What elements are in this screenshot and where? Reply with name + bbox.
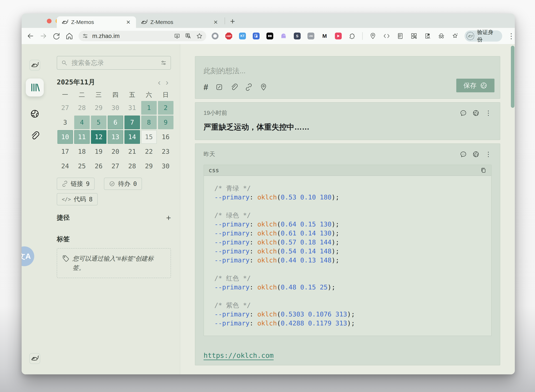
calendar-day-10[interactable]: 10	[57, 130, 73, 144]
calendar-day-22[interactable]: 22	[141, 145, 157, 158]
calendar-day-9[interactable]: 9	[158, 116, 174, 129]
comment-bubble-icon[interactable]	[460, 110, 467, 117]
calendar-day-11[interactable]: 11	[74, 130, 90, 144]
tab-close-icon[interactable]: ✕	[125, 19, 131, 25]
memo-link[interactable]: https://oklch.com	[204, 351, 274, 359]
reload-button[interactable]	[52, 32, 61, 40]
save-button[interactable]: 保存	[456, 79, 494, 92]
search-page-tool-icon[interactable]	[424, 33, 431, 39]
calendar-day-5[interactable]: 5	[91, 116, 106, 129]
memo-menu-kebab-icon[interactable]: ⋮	[485, 110, 492, 116]
close-window-button[interactable]	[47, 19, 52, 23]
todo-checkbox-icon[interactable]	[215, 83, 223, 91]
video-extension-icon[interactable]	[335, 33, 342, 39]
calendar-day-25[interactable]: 25	[74, 159, 90, 173]
m-extension-icon[interactable]: M	[321, 33, 328, 39]
reading-list-tool-icon[interactable]	[397, 33, 404, 39]
tab-close-icon[interactable]: ✕	[213, 19, 219, 25]
browser-menu-kebab-icon[interactable]: ⋮	[508, 33, 515, 40]
sparkle-star-tool-icon[interactable]	[452, 33, 459, 39]
calendar-day-30[interactable]: 30	[158, 159, 174, 173]
adblock-plus-icon[interactable]: ABP	[225, 33, 232, 39]
calendar-day-12[interactable]: 12	[91, 130, 106, 144]
calendar-day-14[interactable]: 14	[124, 130, 140, 144]
calendar-day-2[interactable]: 2	[158, 101, 174, 115]
calendar-day-21[interactable]: 21	[124, 145, 140, 158]
tab-zmemos-active[interactable]: Z-Memos ✕	[57, 16, 136, 28]
public-globe-icon[interactable]	[473, 151, 479, 158]
translate-page-icon[interactable]	[185, 33, 191, 39]
calendar-prev-icon[interactable]: ‹	[155, 78, 163, 86]
copy-code-icon[interactable]	[480, 167, 487, 173]
password-lock-extension-icon[interactable]	[253, 33, 260, 39]
memo-menu-kebab-icon[interactable]: ⋮	[485, 151, 492, 158]
nav-explore-globe-button[interactable]	[30, 109, 39, 118]
calendar-day-1[interactable]: 1	[141, 101, 157, 115]
calendar-day-16[interactable]: 16	[158, 130, 174, 144]
back-button[interactable]	[26, 32, 35, 40]
calendar-next-icon[interactable]: ›	[163, 78, 171, 86]
stat-code-chip[interactable]: </> 代码 8	[57, 193, 98, 205]
app-logo-mouse-button[interactable]	[29, 60, 40, 70]
nav-attachments-paperclip-button[interactable]	[30, 131, 39, 140]
memo-editor-card[interactable]: 此刻的想法... # 保存	[195, 56, 500, 99]
comment-bubble-icon[interactable]	[460, 151, 467, 158]
calendar-day-30[interactable]: 30	[108, 101, 123, 115]
line-extension-icon[interactable]: LINE	[308, 33, 314, 39]
s-extension-icon[interactable]: S	[294, 33, 301, 39]
profile-chip[interactable]: 验证身份	[464, 30, 502, 42]
hashtag-icon[interactable]: #	[204, 83, 208, 91]
calendar-day-23[interactable]: 23	[158, 145, 174, 158]
calendar-day-4[interactable]: 4	[74, 116, 90, 129]
forward-button[interactable]	[39, 32, 47, 40]
qr-code-tool-icon[interactable]	[411, 33, 417, 39]
new-tab-button[interactable]: +	[228, 16, 237, 26]
calendar-day-7[interactable]: 7	[124, 116, 140, 129]
calendar-day-28[interactable]: 28	[124, 159, 140, 173]
add-shortcut-button[interactable]: +	[166, 214, 171, 222]
search-input[interactable]: 搜索备忘录	[57, 56, 171, 70]
stat-todos-chip[interactable]: 待办 0	[104, 178, 142, 190]
calendar-day-3[interactable]: 3	[57, 116, 73, 129]
calendar-day-29[interactable]: 29	[141, 159, 157, 173]
ghost-extension-icon[interactable]	[280, 33, 287, 39]
url-text[interactable]: m.zhao.im	[92, 33, 169, 39]
calendar-day-15[interactable]: 15	[141, 130, 157, 144]
location-pin-tool-icon[interactable]	[369, 33, 376, 39]
insert-link-icon[interactable]	[245, 83, 253, 91]
editor-placeholder[interactable]: 此刻的想法...	[204, 66, 492, 76]
calendar-day-27[interactable]: 27	[108, 159, 123, 173]
tab-zmemos-inactive[interactable]: Z-Memos ✕	[136, 16, 223, 28]
calendar-day-29[interactable]: 29	[91, 101, 106, 115]
calendar-day-24[interactable]: 24	[57, 159, 73, 173]
install-app-icon[interactable]	[174, 33, 180, 39]
calendar-day-18[interactable]: 18	[74, 145, 90, 158]
location-pin-icon[interactable]	[260, 83, 267, 91]
code-brackets-tool-icon[interactable]	[383, 33, 390, 39]
extensions-puzzle-icon[interactable]	[349, 33, 355, 39]
search-filter-icon[interactable]	[161, 60, 167, 66]
calendar-day-6[interactable]: 6	[108, 116, 123, 129]
eyes-extension-icon[interactable]	[266, 33, 273, 39]
calendar-day-13[interactable]: 13	[108, 130, 123, 144]
attach-paperclip-icon[interactable]	[230, 83, 238, 91]
bookmark-star-icon[interactable]	[196, 33, 203, 39]
calendar-day-17[interactable]: 17	[57, 145, 73, 158]
home-button[interactable]	[65, 32, 74, 40]
calendar-day-26[interactable]: 26	[91, 159, 106, 173]
calendar-day-19[interactable]: 19	[91, 145, 106, 158]
incognito-detective-tool-icon[interactable]	[438, 33, 445, 39]
calendar-day-31[interactable]: 31	[124, 101, 140, 115]
kt-extension-icon[interactable]: KT	[239, 33, 246, 39]
public-globe-icon[interactable]	[473, 110, 479, 117]
calendar-day-27[interactable]: 27	[57, 101, 73, 115]
site-settings-icon[interactable]	[82, 33, 88, 39]
calendar-day-28[interactable]: 28	[74, 101, 90, 115]
calendar-day-8[interactable]: 8	[141, 116, 157, 129]
address-bar[interactable]: m.zhao.im	[79, 31, 206, 41]
calendar-day-20[interactable]: 20	[108, 145, 123, 158]
page-scrollbar-thumb[interactable]	[511, 46, 515, 108]
rail-bottom-mouse-button[interactable]	[29, 353, 40, 364]
stat-links-chip[interactable]: 链接 9	[57, 178, 95, 190]
nav-memos-library-button[interactable]	[26, 79, 44, 97]
